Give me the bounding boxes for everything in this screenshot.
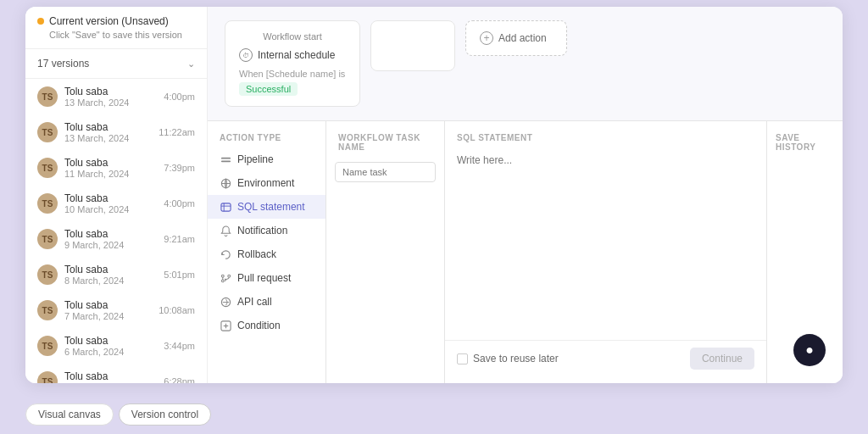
version-item[interactable]: TS Tolu saba 11 March, 2024 7:39pm	[25, 150, 207, 186]
add-action-button[interactable]: + Add action	[465, 20, 567, 56]
version-info: Tolu saba 6 March, 2024	[64, 335, 157, 357]
version-info: Tolu saba 13 March, 2024	[64, 121, 152, 143]
svg-point-8	[221, 279, 224, 281]
version-date: 6 March, 2024	[64, 347, 157, 357]
save-reuse-option[interactable]: Save to reuse later	[457, 353, 559, 364]
avatar: TS	[37, 264, 58, 285]
sidebar: Current version (Unsaved) Click "Save" t…	[25, 7, 208, 383]
chat-bubble-button[interactable]: ●	[793, 334, 826, 366]
version-date: 7 March, 2024	[64, 311, 152, 321]
version-name: Tolu saba	[64, 335, 157, 347]
action-condition[interactable]: Condition	[208, 314, 326, 337]
avatar: TS	[37, 122, 58, 142]
version-date: 10 March, 2024	[64, 204, 157, 214]
rollback-label: Rollback	[237, 248, 276, 260]
version-name: Tolu saba	[64, 370, 157, 382]
versions-header[interactable]: 17 versions ⌄	[25, 49, 207, 79]
sql-column: SQL STATEMENT Save to reuse later Contin…	[445, 121, 766, 383]
pipeline-icon	[220, 153, 231, 165]
main-container: Current version (Unsaved) Click "Save" t…	[25, 7, 843, 383]
action-environment[interactable]: Environment	[208, 171, 326, 195]
trigger-label: Internal schedule	[258, 49, 335, 61]
version-item[interactable]: TS Tolu saba 10 March, 2024 4:00pm	[25, 186, 207, 221]
svg-point-7	[221, 275, 224, 277]
add-action-label: Add action	[498, 32, 547, 44]
version-info: Tolu saba 13 March, 2024	[64, 86, 157, 108]
version-date: 8 March, 2024	[64, 275, 157, 286]
version-time: 4:00pm	[164, 198, 195, 209]
when-line: When [Schedule name] is	[239, 69, 346, 79]
environment-label: Environment	[237, 177, 294, 189]
api-icon	[220, 296, 231, 308]
environment-icon	[220, 177, 231, 189]
api-label: API call	[237, 296, 272, 308]
action-api[interactable]: API call	[208, 290, 326, 314]
version-name: Tolu saba	[64, 192, 157, 204]
condition-icon	[220, 320, 231, 331]
workflow-start-card: Workflow start ⏱ Internal schedule When …	[225, 20, 360, 107]
version-item[interactable]: TS Tolu saba 6 March, 2024 3:44pm	[25, 328, 207, 364]
current-version-title: Current version (Unsaved)	[37, 15, 195, 27]
action-panel: ACTION TYPE Pipeline	[208, 120, 843, 383]
avatar: TS	[37, 193, 58, 214]
pull-request-icon	[220, 272, 231, 284]
chat-icon: ●	[805, 342, 814, 358]
versions-count: 17 versions	[37, 58, 89, 70]
version-item[interactable]: TS Tolu saba 9 March, 2024 9:21am	[25, 221, 207, 257]
unsaved-indicator	[37, 18, 44, 25]
empty-trigger-card	[370, 20, 455, 71]
save-hint: Click "Save" to save this version	[37, 30, 195, 40]
condition-label: Condition	[237, 320, 281, 331]
version-name: Tolu saba	[64, 264, 157, 275]
version-name: Tolu saba	[64, 299, 152, 311]
current-version-label: Current version (Unsaved)	[49, 15, 169, 27]
versions-list: TS Tolu saba 13 March, 2024 4:00pm TS To…	[25, 79, 207, 383]
sql-icon	[220, 201, 231, 213]
workflow-area: Workflow start ⏱ Internal schedule When …	[208, 7, 843, 120]
task-name-input[interactable]	[335, 162, 436, 182]
version-date: 13 March, 2024	[64, 97, 157, 108]
sql-textarea[interactable]	[445, 147, 766, 340]
version-date: 9 March, 2024	[64, 240, 157, 250]
workflow-start-title: Workflow start	[239, 31, 346, 42]
continue-button[interactable]: Continue	[690, 348, 754, 370]
version-item[interactable]: TS Tolu saba 7 March, 2024 10:08am	[25, 292, 207, 328]
version-item[interactable]: TS Tolu saba 8 March, 2024 5:01pm	[25, 257, 207, 292]
action-rollback[interactable]: Rollback	[208, 242, 326, 266]
notification-label: Notification	[237, 225, 287, 236]
action-sql[interactable]: SQL statement	[208, 195, 326, 219]
bottom-tabs: Visual canvas Version control	[25, 403, 211, 426]
save-reuse-label: Save to reuse later	[473, 353, 559, 364]
sql-header: SQL STATEMENT	[445, 128, 766, 147]
workflow-trigger: ⏱ Internal schedule	[239, 48, 346, 62]
avatar: TS	[37, 336, 58, 356]
notification-icon	[220, 225, 231, 236]
version-item[interactable]: TS Tolu saba 5 March, 2024 6:28pm	[25, 364, 207, 383]
pipeline-label: Pipeline	[237, 153, 274, 165]
action-pull-request[interactable]: Pull request	[208, 266, 326, 290]
schedule-icon: ⏱	[239, 48, 253, 62]
action-notification[interactable]: Notification	[208, 219, 326, 242]
version-info: Tolu saba 10 March, 2024	[64, 192, 157, 214]
version-item[interactable]: TS Tolu saba 13 March, 2024 4:00pm	[25, 79, 207, 114]
version-item[interactable]: TS Tolu saba 13 March, 2024 11:22am	[25, 114, 207, 150]
version-info: Tolu saba 8 March, 2024	[64, 264, 157, 286]
task-name-column: WORKFLOW TASK NAME	[326, 121, 445, 383]
action-type-header: ACTION TYPE	[208, 128, 326, 147]
save-reuse-checkbox[interactable]	[457, 353, 468, 364]
version-name: Tolu saba	[64, 157, 157, 169]
current-version-banner: Current version (Unsaved) Click "Save" t…	[25, 7, 207, 49]
rollback-icon	[220, 248, 231, 260]
version-name: Tolu saba	[64, 228, 157, 240]
svg-rect-1	[220, 160, 230, 162]
version-time: 3:44pm	[164, 341, 195, 351]
save-history-header: SAVE HISTORY	[767, 128, 843, 157]
tab-version-control[interactable]: Version control	[119, 403, 211, 426]
svg-rect-4	[220, 203, 230, 210]
version-time: 11:22am	[159, 127, 195, 137]
action-pipeline[interactable]: Pipeline	[208, 147, 326, 171]
version-date: 13 March, 2024	[64, 133, 152, 143]
tab-visual-canvas[interactable]: Visual canvas	[25, 403, 114, 426]
svg-rect-0	[220, 157, 230, 159]
svg-point-9	[227, 275, 230, 277]
